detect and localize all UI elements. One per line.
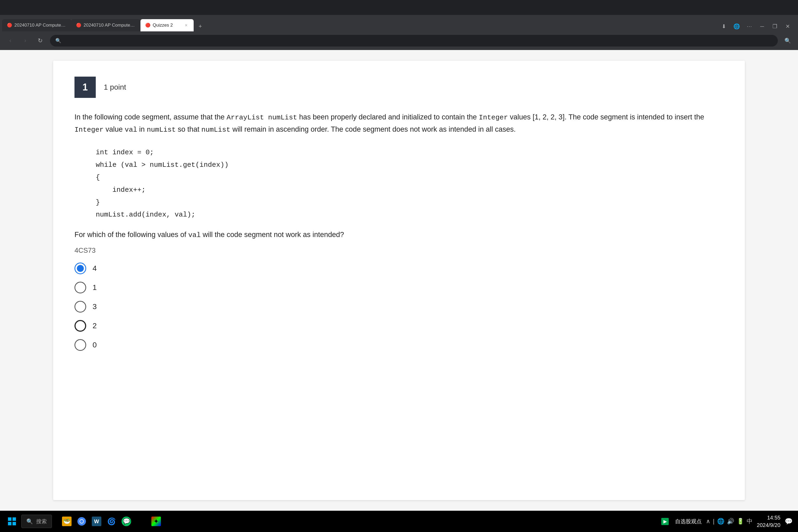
start-button[interactable] [5,515,19,528]
tray-lang: 中 [747,517,753,525]
tab-3-label: Quizzes 2 [153,23,173,28]
search-icon[interactable]: 🔍 [783,36,793,46]
tab-2-label: 20240710 AP Computer Science [83,23,136,28]
code-line-3: { [96,171,723,184]
new-tab-button[interactable]: + [195,21,205,32]
browser-tab-1[interactable]: 🔴 20240710 AP Computer Science [2,19,71,32]
tray-chevron[interactable]: ∧ [706,518,710,525]
code-line-4: index++; [96,184,723,196]
tab-1-label: 20240710 AP Computer Science [14,23,66,28]
choice-d[interactable]: 2 [75,320,723,332]
q-text-end: will remain in ascending order. The code… [230,125,516,133]
radio-e[interactable] [75,339,86,351]
q-code-numlist2: numList [201,126,230,134]
taskbar-app-tablet[interactable]: ⊞ [134,513,148,529]
svg-rect-0 [8,517,12,521]
q-text-intro: In the following code segment, assume th… [75,113,227,121]
choice-e[interactable]: 0 [75,339,723,351]
tab-2-favicon: 🔴 [76,23,81,28]
radio-b[interactable] [75,282,86,293]
forward-button[interactable]: › [20,36,30,46]
address-text: 🔍 [55,38,61,44]
tray-icons: ∧ | 🌐 🔊 🔋 中 [706,517,753,525]
question-body: In the following code segment, assume th… [75,111,723,136]
choice-a-label: 4 [93,264,97,273]
q-text-mid4: in [137,125,147,133]
prompt-prefix: For which of the following values of [75,231,188,239]
back-button[interactable]: ‹ [5,36,15,46]
tray-volume: 🔊 [727,518,734,525]
q-code-integer1: Integer [479,114,508,121]
prompt-code: val [188,231,201,239]
q-text-mid3: value [103,125,125,133]
tray-network: 🌐 [717,518,724,525]
clock-time: 14:55 [757,514,780,521]
choice-d-label: 2 [93,322,97,330]
taskbar: 🔍 搜索 🥗 W 🌀 [0,511,798,532]
taskbar-app-colorful[interactable]: ✦ [149,513,163,529]
stock-label: 自选股观点 [675,518,702,525]
question-number: 1 [75,77,96,98]
choice-e-label: 0 [93,341,97,349]
radio-d[interactable] [75,320,86,332]
address-bar-input[interactable]: 🔍 [50,35,778,46]
question-points: 1 point [104,83,126,92]
svg-rect-2 [8,522,12,525]
close-window-icon[interactable]: ✕ [783,21,793,32]
tab-3-favicon: 🔴 [145,23,151,28]
svg-rect-3 [13,522,16,525]
browser-tab-2[interactable]: 🔴 20240710 AP Computer Science [71,19,140,32]
taskbar-app-edge[interactable]: 🌀 [104,513,118,529]
q-code-integer2: Integer [75,126,103,134]
quiz-card: 1 1 point In the following code segment,… [53,61,745,500]
browser-tab-3[interactable]: 🔴 Quizzes 2 ✕ [140,19,194,32]
taskbar-app-word[interactable]: W [90,513,103,529]
radio-a[interactable] [75,263,86,274]
minimize-icon[interactable]: ─ [757,21,767,32]
q-text-mid1: has been properly declared and initializ… [297,113,479,121]
code-line-1: int index = 0; [96,146,723,159]
tray-signal: | [713,518,715,525]
code-line-5: } [96,196,723,209]
choice-b-label: 1 [93,283,97,292]
taskbar-search[interactable]: 🔍 搜索 [21,515,52,528]
prompt-suffix: will the code segment not work as intend… [201,231,344,239]
q-text-mid2: values [1, 2, 2, 3]. The code segment is… [508,113,704,121]
tray-battery: 🔋 [737,518,744,525]
answer-choices: 4 1 3 2 [75,263,723,351]
q-code-val1: val [125,126,137,134]
question-header: 1 1 point [75,77,723,98]
tab-1-favicon: 🔴 [7,23,12,28]
notification-icon[interactable]: 💬 [785,518,793,525]
restore-icon[interactable]: ❒ [770,21,780,32]
radio-c[interactable] [75,301,86,312]
taskbar-app-wechat[interactable]: 💬 [119,513,133,529]
code-line-2: while (val > numList.get(index)) [96,159,723,171]
clock-date: 2024/9/20 [757,521,780,529]
taskbar-app-icons: 🥗 W 🌀 💬 ⊞ [60,513,163,529]
question-tag: 4CS73 [75,246,723,254]
q-code-numlist1: numList [147,126,176,134]
choice-b[interactable]: 1 [75,282,723,293]
choice-c[interactable]: 3 [75,301,723,312]
code-line-6: numList.add(index, val); [96,209,723,221]
stock-icon[interactable]: ▶ [661,518,669,525]
reload-button[interactable]: ↻ [35,36,45,46]
more-icon[interactable]: ⋯ [744,21,754,32]
system-clock[interactable]: 14:55 2024/9/20 [757,514,780,529]
download-icon[interactable]: ⬇ [719,21,729,32]
q-text-mid5: so that [176,125,201,133]
svg-rect-1 [13,517,16,521]
globe-icon[interactable]: 🌐 [732,21,742,32]
q-code-arraylist: ArrayList numList [227,114,297,121]
tab-3-close[interactable]: ✕ [184,23,189,28]
content-area: 1 1 point In the following code segment,… [0,50,798,511]
choice-a[interactable]: 4 [75,263,723,274]
search-label: 搜索 [36,518,47,525]
taskbar-app-chrome[interactable] [75,513,89,529]
question-prompt: For which of the following values of val… [75,229,723,241]
taskbar-app-food[interactable]: 🥗 [60,513,74,529]
search-icon-taskbar: 🔍 [26,518,33,525]
code-block: int index = 0; while (val > numList.get(… [96,146,723,221]
svg-point-6 [80,520,83,523]
